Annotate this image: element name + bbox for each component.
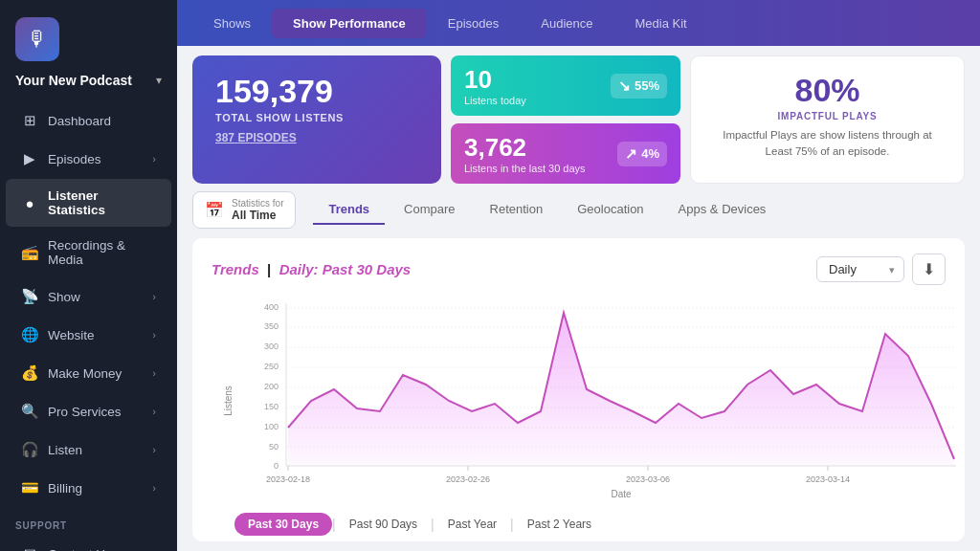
app-logo-icon: 🎙 <box>15 17 59 61</box>
sidebar-item-pro-services[interactable]: 🔍 Pro Services › <box>6 393 171 430</box>
stat-cards-right: 10 Listens today ↘ 55% 3,762 Listens in … <box>451 55 680 184</box>
daily-dropdown[interactable]: DailyWeeklyMonthly <box>816 256 904 282</box>
past30-button[interactable]: Past 30 Days <box>234 513 332 536</box>
sub-tab-apps-devices[interactable]: Apps & Devices <box>663 195 782 225</box>
sidebar-item-episodes[interactable]: ▶ Episodes › <box>6 141 171 177</box>
stats-for-label: Statistics for <box>232 198 283 209</box>
listener-stats-icon: ● <box>21 195 38 211</box>
today-listens-label: Listens today <box>464 95 526 106</box>
today-badge: ↘ 55% <box>611 74 667 99</box>
past90-button[interactable]: Past 90 Days <box>336 513 431 536</box>
last30-listens-card: 3,762 Listens in the last 30 days ↗ 4% <box>451 123 680 184</box>
episodes-link[interactable]: 387 EPISODES <box>215 131 418 144</box>
sidebar-item-listen[interactable]: 🎧 Listen › <box>6 431 171 468</box>
chart-title: Trends | Daily: Past 30 Days <box>212 261 411 277</box>
last30-label: Listens in the last 30 days <box>464 163 586 174</box>
past2years-button[interactable]: Past 2 Years <box>514 513 605 536</box>
sub-tab-geolocation[interactable]: Geolocation <box>562 195 658 225</box>
last30-pct: 4% <box>641 146 659 161</box>
sub-tab-compare[interactable]: Compare <box>389 195 470 225</box>
dashboard-icon: ⊞ <box>21 112 38 129</box>
impactful-label: IMPACTFUL PLAYS <box>710 111 945 121</box>
chart-controls: DailyWeeklyMonthly ⬇ <box>816 253 946 285</box>
chart-area: Trends | Daily: Past 30 Days DailyWeekly… <box>192 238 965 541</box>
date-range-row: Past 30 Days | Past 90 Days | Past Year … <box>212 513 946 536</box>
last30-number: 3,762 <box>464 133 586 163</box>
chart-title-text: Trends <box>212 261 259 277</box>
sub-tab-trends[interactable]: Trends <box>313 195 385 225</box>
calendar-icon: 📅 <box>205 201 224 219</box>
svg-text:Date: Date <box>611 489 632 499</box>
total-listens-card: 159,379 TOTAL SHOW LISTENS 387 EPISODES <box>192 55 441 184</box>
sidebar-bottom: SUPPORT ✉ Contact Us <box>0 507 177 551</box>
main-content: Shows Show Performance Episodes Audience… <box>177 0 980 551</box>
chevron-down-icon: ▾ <box>156 74 162 87</box>
impactful-pct: 80% <box>710 72 945 109</box>
top-tabs-bar: Shows Show Performance Episodes Audience… <box>177 0 980 46</box>
sidebar-item-show[interactable]: 📡 Show › <box>6 278 171 315</box>
tab-audience[interactable]: Audience <box>520 9 613 38</box>
listen-icon: 🎧 <box>21 441 38 458</box>
today-pct: 55% <box>635 78 659 93</box>
today-listens-card: 10 Listens today ↘ 55% <box>451 55 680 116</box>
tab-show-performance[interactable]: Show Performance <box>272 9 427 38</box>
svg-text:250: 250 <box>264 362 278 371</box>
chart-svg-wrap: Listens 0 50 100 150 200 250 <box>212 298 946 503</box>
svg-text:400: 400 <box>264 302 278 312</box>
website-icon: 🌐 <box>21 326 38 343</box>
make-money-icon: 💰 <box>21 364 38 382</box>
pro-services-icon: 🔍 <box>21 403 38 420</box>
total-listens-number: 159,379 <box>215 73 418 110</box>
tab-episodes[interactable]: Episodes <box>427 9 520 38</box>
chevron-right-icon: › <box>152 153 156 165</box>
impactful-desc: Impactful Plays are show listens through… <box>710 127 945 161</box>
stats-for-box[interactable]: 📅 Statistics for All Time <box>192 191 296 229</box>
sidebar-item-recordings-media[interactable]: 📻 Recordings & Media <box>6 229 171 276</box>
sidebar-item-billing[interactable]: 💳 Billing › <box>6 470 171 506</box>
sidebar-item-make-money[interactable]: 💰 Make Money › <box>6 355 171 391</box>
billing-icon: 💳 <box>21 479 38 496</box>
episodes-count: 387 <box>215 131 234 144</box>
download-button[interactable]: ⬇ <box>912 253 946 285</box>
chevron-right-icon: › <box>152 291 156 302</box>
sidebar-item-website[interactable]: 🌐 Website › <box>6 317 171 353</box>
last30-badge: ↗ 4% <box>617 142 667 166</box>
chart-subtitle: Daily: Past 30 Days <box>279 261 412 277</box>
stats-for-value: All Time <box>232 209 283 222</box>
tab-media-kit[interactable]: Media Kit <box>614 9 708 38</box>
svg-text:150: 150 <box>264 402 278 411</box>
daily-dropdown-wrap[interactable]: DailyWeeklyMonthly <box>816 256 904 282</box>
stats-row: 159,379 TOTAL SHOW LISTENS 387 EPISODES … <box>177 46 980 184</box>
chevron-right-icon: › <box>152 406 156 417</box>
svg-text:50: 50 <box>269 442 278 452</box>
today-listens-number: 10 <box>464 65 526 95</box>
sidebar-item-contact-us[interactable]: ✉ Contact Us <box>6 536 171 551</box>
chevron-right-icon: › <box>152 444 156 455</box>
podcast-name: Your New Podcast <box>15 73 132 88</box>
svg-text:300: 300 <box>264 342 278 351</box>
recordings-icon: 📻 <box>21 244 38 261</box>
sidebar-logo: 🎙 <box>0 0 177 73</box>
chevron-right-icon: › <box>152 367 156 379</box>
svg-text:100: 100 <box>264 422 278 431</box>
show-icon: 📡 <box>21 288 38 305</box>
tab-shows[interactable]: Shows <box>192 9 272 38</box>
support-section-label: SUPPORT <box>0 507 177 535</box>
total-listens-label: TOTAL SHOW LISTENS <box>215 112 418 123</box>
svg-text:2023-03-06: 2023-03-06 <box>626 474 670 484</box>
down-arrow-icon: ↘ <box>618 77 631 95</box>
svg-text:2023-03-14: 2023-03-14 <box>806 474 850 484</box>
sidebar-item-dashboard[interactable]: ⊞ Dashboard <box>6 102 171 139</box>
past-year-button[interactable]: Past Year <box>434 513 510 536</box>
up-arrow-icon: ↗ <box>625 145 637 163</box>
trend-chart: 0 50 100 150 200 250 300 350 400 <box>248 298 965 499</box>
podcast-name-row[interactable]: Your New Podcast ▾ <box>0 73 177 101</box>
sub-tab-retention[interactable]: Retention <box>475 195 559 225</box>
chart-area-fill <box>288 313 954 466</box>
chevron-right-icon: › <box>152 329 156 341</box>
sidebar-item-listener-statistics[interactable]: ● Listener Statistics <box>6 179 171 227</box>
sidebar: 🎙 Your New Podcast ▾ ⊞ Dashboard ▶ Episo… <box>0 0 177 551</box>
svg-text:0: 0 <box>274 461 278 471</box>
svg-text:2023-02-26: 2023-02-26 <box>446 474 490 484</box>
episodes-icon: ▶ <box>21 150 38 167</box>
